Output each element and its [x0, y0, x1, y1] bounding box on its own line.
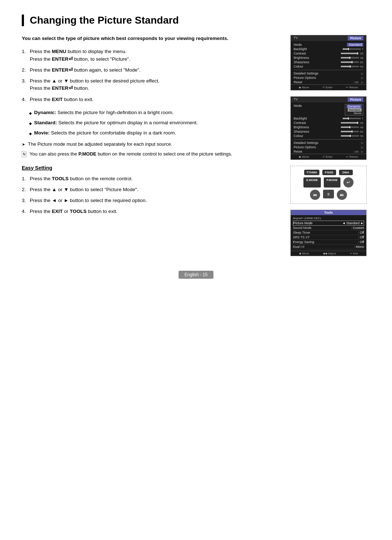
tv-label-2: TV [294, 97, 298, 102]
step-4-num: 4. [22, 96, 27, 103]
easy-step-2-text: Press the ▲ or ▼ button to select "Pictu… [30, 186, 283, 193]
easy-step-2: 2. Press the ▲ or ▼ button to select "Pi… [22, 186, 283, 193]
easy-setting-title: Easy Setting [22, 165, 283, 171]
tv-reset-row: Reset : OK ▷ [294, 80, 363, 84]
rewind-btn[interactable]: ⏮ [310, 190, 320, 200]
tools-body: Anynet+ (HDMI-CEC) Picture Mode ◄ Standa… [291, 215, 366, 251]
tv-label-1: TV [294, 36, 298, 40]
note-1-text: The Picture mode must be adjusted separa… [28, 141, 172, 148]
diamond-icon-3: ◆ [29, 131, 32, 136]
forward-btn[interactable]: ⏭ [337, 190, 347, 200]
emode-btn[interactable]: E.MODE [303, 177, 321, 188]
steps-list: 1. Press the MENU button to display the … [22, 48, 283, 103]
picture-mode-row: Picture Mode ◄ Standard ► [293, 221, 364, 226]
note-arrow-icon: ➤ [22, 141, 25, 148]
note-2: N You can also press the P.MODE button o… [22, 150, 283, 158]
step-2-num: 2. [22, 67, 27, 74]
tv2-contrast-row: Contrast 95 [294, 121, 363, 125]
tv-colour-row: Colour 50 [294, 64, 363, 69]
dynamic-option: Dynamic [347, 105, 362, 108]
step-3-text: Press the ▲ or ▼ button to select the de… [30, 77, 283, 92]
easy-step-1-text: Press the TOOLS button on the remote con… [30, 175, 283, 182]
move-label: ◆ Move [299, 86, 309, 89]
easy-setting-section: Easy Setting 1. Press the TOOLS button o… [22, 165, 283, 215]
srs-row: SRS TS XT : Off [293, 235, 364, 240]
note-info-icon: N [22, 151, 26, 157]
pmode-btn[interactable]: P.MODE [324, 177, 341, 188]
tv-screen-2-footer: ◆ Move ⏎ Enter ↩ Return [291, 154, 366, 160]
standard-option: Standard [348, 108, 362, 112]
tv2-sharpness-row: Sharpness 60 [294, 129, 363, 134]
pause-btn[interactable]: ⏸ [323, 190, 334, 198]
note-1: ➤ The Picture mode must be adjusted sepa… [22, 141, 283, 148]
main-layout: You can select the type of picture which… [22, 35, 370, 256]
play-area-btn[interactable]: ↵ [343, 177, 354, 188]
remote-row-2: E.MODE P.MODE ↵ [303, 177, 354, 188]
dma-btn[interactable]: DMA [339, 170, 353, 175]
title-section: Changing the Picture Standard [22, 15, 370, 26]
play-area-icon: ↵ [347, 180, 350, 185]
tools-move: ◆ Move [299, 252, 309, 255]
intro-text: You can select the type of picture which… [22, 35, 283, 42]
tv-brightness-row: Brightness 48 [294, 56, 363, 60]
ttxmix-btn[interactable]: TTXMIX [304, 170, 319, 175]
sound-mode-row: Sound Mode : Custom [293, 226, 364, 230]
picture-label-2: Picture [348, 97, 363, 102]
tv-screen-1-footer: ◆ Move ⏎ Enter ↩ Return [291, 84, 366, 90]
picture-label-1: Picture [348, 36, 363, 40]
remote-area: TTXMIX PSIZE DMA E.MODE P.MODE ↵ ⏮ ⏸ ⏭ [290, 166, 367, 204]
mode-value: Standard [347, 43, 363, 47]
tv-screen-1-header: TV Picture [291, 35, 366, 41]
page-number: English - 15 [179, 271, 213, 279]
bullet-movie-text: Movie: Selects the picture for comfortab… [34, 129, 176, 137]
tv-screen-1: TV Picture Mode Standard Backlight 7 [290, 35, 367, 90]
easy-step-3: 3. Press the ◄ or ► button to select the… [22, 197, 283, 204]
tv2-reset-row: Reset : OK ▷ [294, 149, 363, 154]
tv-screen-2-body: Mode Dynamic Standard Movie Backlight 7 [291, 102, 366, 154]
tv-screen-1-body: Mode Standard Backlight 7 Contrast 95 [291, 41, 366, 84]
tools-adjust: ◆◆ Adjust [323, 252, 336, 255]
easy-step-4: 4. Press the EXIT or TOOLS button to exi… [22, 208, 283, 215]
step-2: 2. Press the ENTER⏎ button again, to sel… [22, 67, 283, 74]
tv-screen-2-header: TV Picture [291, 97, 366, 102]
picture-mode-value: Standard [346, 221, 360, 225]
tv2-colour-row: Colour 50 [294, 134, 363, 138]
bullet-standard: ◆ Standard: Selects the picture for opti… [29, 119, 283, 126]
note-2-text: You can also press the P.MODE button on … [29, 150, 232, 158]
tv2-options-row: Picture Options ▷ [294, 145, 363, 149]
tools-exit: ↩ Exit [350, 252, 358, 255]
tv2-brightness-row: Brightness 48 [294, 125, 363, 129]
step-2-text: Press the ENTER⏎ button again, to select… [30, 67, 283, 74]
remote-row-3: ⏮ ⏸ ⏭ [310, 190, 347, 200]
bullet-dynamic: ◆ Dynamic: Selects the picture for high-… [29, 109, 283, 116]
dual-row: Dual I-II : Mono [293, 245, 364, 249]
mode-label: Mode [294, 43, 302, 47]
enter-label-2: ⏎ Enter [322, 155, 332, 158]
psize-btn[interactable]: PSIZE [322, 170, 336, 175]
tools-title: Tools [291, 210, 366, 215]
tv-mode-row: Mode Standard [294, 43, 363, 47]
easy-setting-steps: 1. Press the TOOLS button on the remote … [22, 175, 283, 215]
step-1-text: Press the MENU button to display the men… [30, 48, 283, 63]
tv-contrast-row: Contrast 95 [294, 51, 363, 56]
bullet-movie: ◆ Movie: Selects the picture for comfort… [29, 129, 283, 137]
step-1: 1. Press the MENU button to display the … [22, 48, 283, 63]
bullet-standard-text: Standard: Selects the picture for optimu… [34, 119, 198, 126]
diamond-icon: ◆ [29, 110, 32, 116]
energy-saving-row: Energy Saving : Off [293, 240, 364, 245]
step-4-text: Press the EXIT button to exit. [30, 96, 283, 103]
step-3: 3. Press the ▲ or ▼ button to select the… [22, 77, 283, 92]
enter-label: ⏎ Enter [322, 86, 332, 89]
tv-screen-2: TV Picture Mode Dynamic Standard Movie B… [290, 96, 367, 160]
page-title: Changing the Picture Standard [30, 15, 370, 26]
tv-backlight-row: Backlight 7 [294, 47, 363, 51]
tv2-detailed-row: Detailed Settings ▷ [294, 141, 363, 145]
remote-row-1: TTXMIX PSIZE DMA [304, 170, 352, 175]
bullet-dynamic-text: Dynamic: Selects the picture for high-de… [34, 109, 173, 116]
tv-detailed-row: Detailed Settings ▷ [294, 71, 363, 76]
tv2-backlight-row: Backlight 7 [294, 116, 363, 121]
tools-screen: Tools Anynet+ (HDMI-CEC) Picture Mode ◄ … [290, 210, 367, 256]
sleep-timer-row: Sleep Timer : Off [293, 230, 364, 235]
left-content: You can select the type of picture which… [22, 35, 283, 221]
movie-option: Movie [354, 112, 362, 115]
